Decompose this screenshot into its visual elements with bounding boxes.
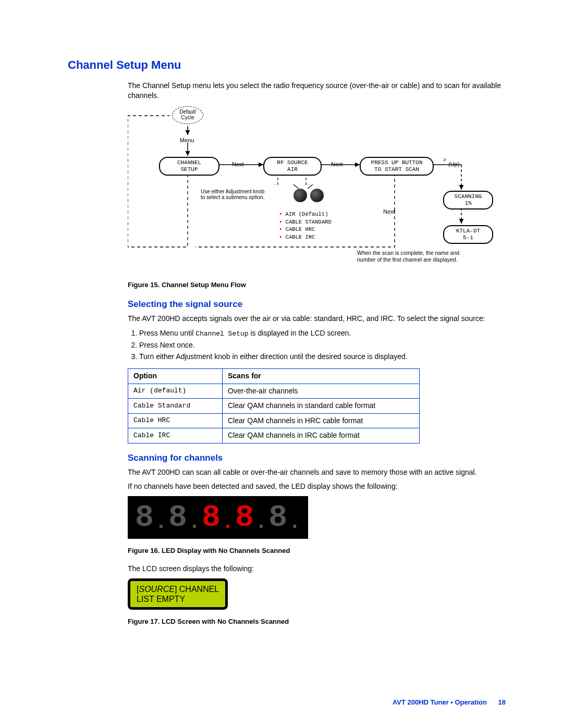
next-label-1: Next <box>232 161 244 168</box>
footer-text: AVT 200HD Tuner • Operation <box>393 698 487 706</box>
scanning-heading: Scanning for channels <box>128 452 506 464</box>
led-digit-5: 8 <box>268 502 288 533</box>
led-dot-4: . <box>254 512 268 533</box>
rf-source-options-list: AIR (Default) CABLE STANDARD CABLE HRC C… <box>279 211 332 241</box>
figure17-caption: Figure 17. LCD Screen with No Channels S… <box>128 617 506 626</box>
ktla-box: KTLA-DT 5-1 <box>443 225 493 244</box>
table-row: Cable IRC Clear QAM channels in IRC cabl… <box>128 428 420 443</box>
press-up-box: PRESS UP BUTTON TO START SCAN <box>360 157 434 176</box>
rf-source-box: RF SOURCE AIR <box>263 157 322 176</box>
led-dot-3: . <box>221 512 235 533</box>
svg-text:>: > <box>443 157 446 163</box>
scanning-box: SCANNING 1% <box>443 191 493 209</box>
knob-note: Use either Adjustment knob to select a s… <box>201 189 287 201</box>
selecting-para: The AVT 200HD accepts signals over the a… <box>128 314 506 324</box>
table-row: Cable HRC Clear QAM channels in HRC cabl… <box>128 413 420 428</box>
document-page: Channel Setup Menu The Channel Setup men… <box>0 0 563 728</box>
led-digit-1: 8 <box>134 502 154 533</box>
adjustment-knob-right <box>310 189 324 202</box>
bullet-cable-hrc: CABLE HRC <box>279 226 332 233</box>
figure15-diagram: > Default Cycle Menu CHANNEL SETUP Next <box>128 106 503 273</box>
channel-setup-box: CHANNEL SETUP <box>159 157 219 176</box>
next-label-3: Next <box>383 208 395 216</box>
selecting-steps: Press Menu until Channel Setup is displa… <box>128 328 506 362</box>
figure16-caption: Figure 16. LED Display with No Channels … <box>128 546 506 556</box>
led-digit-3: 8 <box>201 502 221 533</box>
cycle-bottom: Cycle <box>181 115 194 120</box>
step-1: Press Menu until Channel Setup is displa… <box>139 328 506 339</box>
intro-paragraph: The Channel Setup menu lets you select t… <box>128 81 506 101</box>
bullet-cable-standard: CABLE STANDARD <box>279 218 332 226</box>
next-label-2: Next <box>331 161 343 168</box>
figure15-caption: Figure 15. Channel Setup Menu Flow <box>128 280 506 290</box>
led-digit-2: 8 <box>168 502 188 533</box>
led-dot-5: . <box>288 512 301 533</box>
led-dot-2: . <box>188 512 201 533</box>
led-digit-4: 8 <box>235 502 254 533</box>
adjustment-knob-left <box>293 189 307 202</box>
lcd-screen: [SOURCE] CHANNEL LIST EMPTY <box>128 578 228 610</box>
table-header-option: Option <box>128 368 223 384</box>
lcd-line2: LIST EMPTY <box>137 594 219 604</box>
up-label: (Up) <box>448 161 459 168</box>
lcd-line1: [SOURCE] CHANNEL <box>137 584 219 594</box>
led-dot-1: . <box>154 512 168 533</box>
bullet-air: AIR (Default) <box>279 211 332 218</box>
page-number: 18 <box>498 698 506 706</box>
page-footer: AVT 200HD Tuner • Operation 18 <box>393 698 506 707</box>
scanning-para1: The AVT 200HD can scan all cable or over… <box>128 467 506 478</box>
table-row: Air (default) Over-the-air channels <box>128 384 420 399</box>
scan-complete-note: When the scan is complete, the name and … <box>357 250 498 263</box>
table-header-scansfor: Scans for <box>223 368 420 384</box>
page-title: Channel Setup Menu <box>68 57 506 73</box>
lcd-intro-para: The LCD screen displays the following: <box>128 564 506 574</box>
options-table: Option Scans for Air (default) Over-the-… <box>128 368 420 443</box>
bullet-cable-irc: CABLE IRC <box>279 233 332 241</box>
default-cycle-oval: Default Cycle <box>172 106 203 124</box>
cycle-top: Default <box>179 109 196 115</box>
step-2: Press Next once. <box>139 340 506 351</box>
table-row: Cable Standard Clear QAM channels in sta… <box>128 399 420 414</box>
scanning-para2: If no channels have been detected and sa… <box>128 482 506 492</box>
led-display: 8 . 8 . 8 . 8 . 8 . <box>128 496 308 539</box>
step-3: Turn either Adjustment knob in either di… <box>139 352 506 362</box>
menu-label: Menu <box>180 137 194 144</box>
selecting-heading: Selecting the signal source <box>128 298 506 311</box>
